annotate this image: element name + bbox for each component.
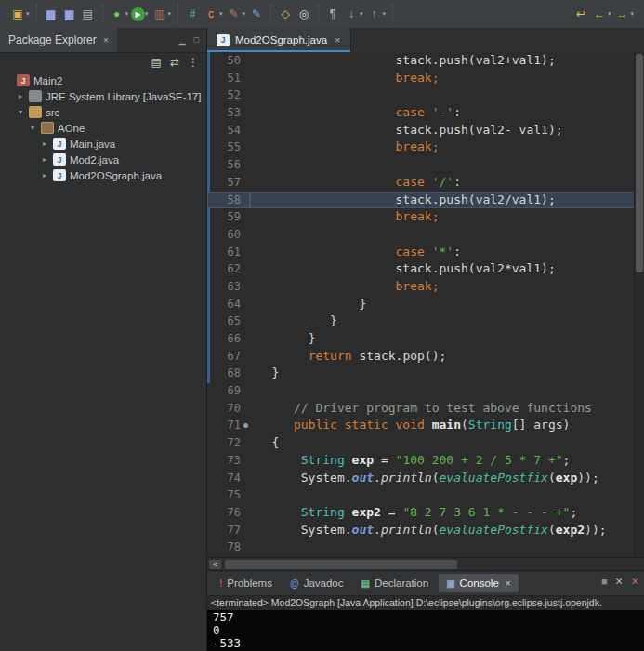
dropdown-arrow-icon[interactable]: ▾ (168, 10, 172, 18)
close-icon[interactable]: × (506, 578, 511, 589)
link-with-editor-icon[interactable]: ⇄ (170, 56, 179, 69)
dropdown-arrow-icon[interactable]: ▾ (383, 10, 387, 18)
code-line[interactable] (250, 226, 644, 244)
code-line[interactable] (250, 86, 644, 104)
vertical-scrollbar[interactable] (634, 52, 644, 557)
debug-icon[interactable]: ● (109, 6, 125, 22)
tree-item-mod2-java[interactable]: ▸JMod2.java (0, 152, 206, 167)
code-line[interactable]: case '/': (250, 174, 644, 192)
tree-item-main2[interactable]: JMain2 (0, 73, 206, 88)
close-icon[interactable]: × (103, 34, 109, 46)
tab-problems[interactable]: !Problems (212, 574, 280, 592)
editor-tab-mod2osgraph[interactable]: J Mod2OSgraph.java × (207, 28, 351, 52)
code-lines[interactable]: stack.push(val2+val1); break; case '-': … (250, 52, 644, 557)
run-icon[interactable]: ▶ (131, 7, 145, 21)
chevron-icon[interactable]: ▸ (40, 155, 49, 164)
code-editor[interactable]: 5051525354555657585960616263646566676869… (207, 52, 644, 557)
dropdown-arrow-icon[interactable]: ▾ (608, 10, 611, 18)
tab-javadoc[interactable]: @Javadoc (283, 574, 351, 592)
code-line[interactable]: } (250, 365, 644, 382)
dropdown-arrow-icon[interactable]: ▾ (125, 10, 129, 18)
dropdown-arrow-icon[interactable]: ▾ (219, 10, 223, 18)
dropdown-arrow-icon[interactable]: ▾ (360, 10, 363, 18)
dropdown-arrow-icon[interactable]: ▾ (145, 10, 149, 18)
tree-item-src[interactable]: ▾src (0, 104, 206, 120)
save-all-icon[interactable]: ▆ (61, 6, 78, 22)
new-class-icon[interactable]: c (203, 6, 219, 22)
code-line[interactable]: { (250, 434, 644, 452)
next-annotation-icon[interactable]: ↓ (343, 6, 360, 22)
new-wizard-icon[interactable]: ▣ (9, 6, 26, 22)
code-line[interactable]: break; (250, 278, 644, 296)
code-line[interactable]: break; (250, 139, 644, 156)
code-line[interactable]: System.out.println(evaluatePostfix(exp))… (250, 470, 644, 487)
new-annotation-icon[interactable]: ✎ (226, 6, 243, 22)
view-menu-icon[interactable]: ⋮ (188, 56, 199, 69)
line-number: 70 (207, 400, 250, 418)
show-whitespace-icon[interactable]: ¶ (324, 6, 341, 22)
back-icon[interactable]: ← (591, 6, 608, 22)
code-line[interactable]: return stack.pop(); (250, 348, 644, 365)
scroll-left-button[interactable]: < (209, 560, 221, 569)
code-line[interactable]: String exp2 = "8 2 7 3 6 1 * - - - +"; (250, 504, 644, 522)
tree-item-jre-system-library-javase-17[interactable]: ▸JRE System Library [JavaSE-17] (0, 88, 206, 104)
tree-item-aone[interactable]: ▾AOne (0, 120, 206, 136)
code-line[interactable]: break; (250, 208, 644, 226)
collapse-all-icon[interactable]: ▤ (151, 56, 162, 69)
code-line[interactable]: break; (250, 70, 644, 87)
code-line[interactable]: stack.push(val2/val1); (250, 192, 644, 209)
chevron-icon[interactable]: ▾ (28, 124, 37, 132)
code-line[interactable]: case '*': (250, 244, 644, 261)
tab-console[interactable]: ▣Console× (439, 574, 519, 592)
code-line[interactable]: String exp = "100 200 + 2 / 5 * 7 +"; (250, 452, 644, 470)
console-output[interactable]: 7570-533 (207, 610, 644, 651)
code-line[interactable]: System.out.println(evaluatePostfix(exp2)… (250, 522, 644, 539)
save-icon[interactable]: ▆ (43, 6, 59, 22)
coverage-icon[interactable]: ▥ (151, 6, 168, 22)
search-icon[interactable]: ◎ (296, 6, 312, 22)
code-line[interactable]: stack.push(val2- val1); (250, 122, 644, 140)
open-type-icon[interactable]: ◇ (277, 6, 294, 22)
new-java-class-icon[interactable]: # (184, 6, 201, 22)
chevron-icon[interactable]: ▸ (40, 171, 49, 179)
code-line[interactable]: stack.push(val2*val1); (250, 260, 644, 278)
minimize-icon[interactable]: ▁ (179, 35, 186, 45)
code-line[interactable] (250, 382, 644, 400)
package-explorer-tab[interactable]: Package Explorer × (0, 28, 118, 52)
forward-icon[interactable]: → (613, 6, 630, 22)
tree-item-main-java[interactable]: ▸JMain.java (0, 136, 206, 152)
dropdown-arrow-icon[interactable]: ▾ (26, 10, 30, 18)
code-line[interactable]: case '-': (250, 104, 644, 122)
code-line[interactable]: } (250, 296, 644, 313)
code-line[interactable]: } (250, 312, 644, 330)
code-line[interactable]: stack.push(val2+val1); (250, 52, 644, 70)
code-line[interactable]: } (250, 330, 644, 348)
close-icon[interactable]: × (335, 34, 340, 46)
chevron-icon[interactable]: ▸ (16, 92, 25, 100)
console-header: <terminated> Mod2OSgraph [Java Applicati… (207, 596, 644, 610)
terminate-icon[interactable]: ■ (601, 576, 608, 588)
chevron-icon[interactable]: ▸ (40, 140, 49, 148)
code-line[interactable] (250, 538, 644, 556)
line-number: 72 (207, 434, 250, 452)
tree-item-mod2osgraph-java[interactable]: ▸JMod2OSgraph.java (0, 167, 206, 183)
toolbar-group: ▆▆▤ (37, 4, 103, 24)
remove-launch-icon[interactable]: ✕ (615, 576, 624, 588)
remove-all-launches-icon[interactable]: ✕ (631, 576, 639, 588)
horizontal-scrollbar[interactable]: < (207, 557, 644, 571)
tab-declaration[interactable]: ▤Declaration (354, 574, 437, 592)
maximize-icon[interactable]: □ (194, 35, 199, 45)
scrollbar-thumb[interactable] (636, 54, 643, 272)
code-line[interactable] (250, 156, 644, 174)
new-interface-icon[interactable]: ✎ (248, 6, 265, 22)
previous-annotation-icon[interactable]: ↑ (366, 6, 383, 22)
dropdown-arrow-icon[interactable]: ▾ (630, 10, 634, 18)
scrollbar-thumb[interactable] (225, 560, 457, 569)
code-line[interactable]: public static void main(String[] args) (250, 417, 644, 434)
code-line[interactable]: // Driver program to test above function… (250, 400, 644, 418)
chevron-icon[interactable]: ▾ (16, 108, 25, 116)
print-icon[interactable]: ▤ (80, 6, 97, 22)
code-line[interactable] (250, 486, 644, 504)
dropdown-arrow-icon[interactable]: ▾ (243, 10, 246, 18)
last-edit-location-icon[interactable]: ↩ (572, 6, 589, 22)
